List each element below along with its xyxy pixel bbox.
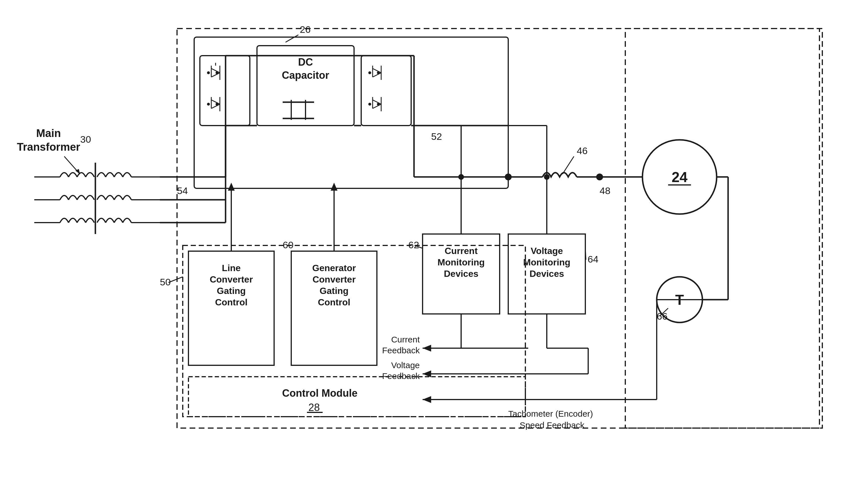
- ref-30: 30: [80, 134, 91, 145]
- svg-point-38: [368, 103, 371, 105]
- voltage-monitoring-label2: Monitoring: [523, 257, 570, 268]
- voltage-feedback-label2: Feedback: [382, 371, 420, 381]
- main-transformer-label: Main: [36, 127, 61, 139]
- ref-60: 60: [283, 239, 294, 250]
- junction-4: [544, 174, 550, 180]
- dc-capacitor-label2: Capacitor: [282, 69, 329, 81]
- gen-converter-label3: Gating: [319, 286, 348, 296]
- ref-54: 54: [177, 185, 188, 196]
- svg-point-20: [207, 71, 210, 74]
- gen-converter-label: Generator: [312, 263, 356, 273]
- gen-converter-label4: Control: [318, 297, 350, 307]
- tachometer-speed-label: Tachometer (Encoder): [508, 409, 593, 418]
- junction-3: [458, 174, 464, 180]
- ref-64: 64: [588, 254, 598, 264]
- line-converter-label4: Control: [215, 297, 248, 307]
- svg-point-39: [377, 103, 380, 105]
- diagram-container: Main Transformer 30 26 DC Capacitor: [0, 0, 868, 500]
- svg-point-27: [216, 103, 218, 105]
- junction-dot-2: [596, 173, 603, 180]
- gen-converter-label2: Converter: [312, 274, 356, 285]
- svg-point-21: [216, 71, 218, 74]
- ref-52: 52: [431, 131, 442, 142]
- current-feedback-label: Current: [391, 335, 420, 344]
- line-converter-label3: Gating: [217, 286, 246, 296]
- svg-line-64: [585, 248, 586, 260]
- ref-26: 26: [300, 24, 311, 35]
- svg-rect-0: [0, 0, 868, 500]
- svg-point-26: [207, 103, 210, 105]
- dc-capacitor-label: DC: [298, 56, 313, 68]
- voltage-monitoring-label: Voltage: [530, 246, 563, 256]
- line-converter-label: Line: [222, 263, 241, 273]
- motor-label: 24: [672, 169, 688, 185]
- current-monitoring-label3: Devices: [444, 269, 478, 279]
- current-feedback-label2: Feedback: [382, 345, 420, 355]
- voltage-feedback-label: Voltage: [391, 361, 420, 370]
- junction-dot-1: [505, 173, 512, 180]
- ref-48: 48: [600, 185, 610, 196]
- line-converter-label2: Converter: [210, 274, 253, 285]
- control-module-label: Control Module: [282, 387, 358, 399]
- svg-point-33: [377, 71, 380, 74]
- main-transformer-label2: Transformer: [17, 141, 80, 153]
- tachometer-speed-label2: Speed Feedback: [520, 420, 585, 430]
- voltage-monitoring-label3: Devices: [530, 269, 564, 279]
- current-monitoring-label2: Monitoring: [437, 257, 485, 268]
- ref-28: 28: [308, 401, 320, 413]
- ref-66: 66: [657, 311, 667, 322]
- svg-point-32: [368, 71, 371, 74]
- ref-46: 46: [577, 145, 588, 156]
- current-monitoring-label: Current: [444, 246, 478, 256]
- ref-62: 62: [408, 239, 419, 250]
